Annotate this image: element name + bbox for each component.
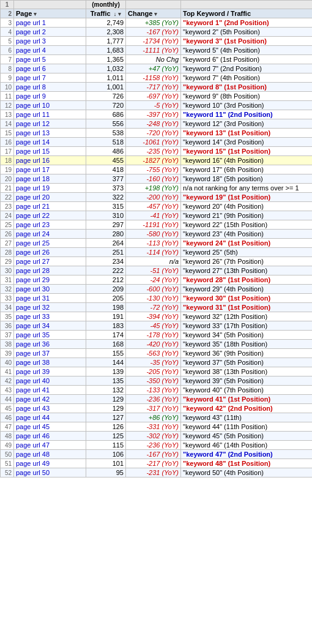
change-value: -41 (YoY)	[126, 211, 181, 220]
header-row-2: 2 Page ▾ Traffic ↓ ▾ Change ▾ Top Keywor…	[1, 9, 313, 18]
page-url[interactable]: page url 35	[14, 331, 86, 340]
row-number: 19	[1, 165, 14, 174]
table-row: 8page url 61,032+47 (YoY)"keyword 7" (2n…	[1, 64, 313, 73]
page-url[interactable]: page url 22	[14, 211, 86, 220]
table-row: 47page url 45126-331 (YoY)"keyword 44" (…	[1, 422, 313, 432]
page-url[interactable]: page url 8	[14, 83, 86, 92]
change-filter-icon[interactable]: ▾	[154, 11, 157, 17]
page-url[interactable]: page url 3	[14, 37, 86, 46]
page-url[interactable]: page url 18	[14, 174, 86, 184]
row-number: 47	[1, 422, 14, 432]
keyword-value: n/a not ranking for any terms over >= 1	[181, 184, 313, 193]
page-url[interactable]: page url 27	[14, 257, 86, 266]
page-url[interactable]: page url 5	[14, 55, 86, 64]
row-number: 8	[1, 64, 14, 73]
keyword-value: "keyword 10" (3rd Position)	[181, 101, 313, 110]
change-value: -580 (YoY)	[126, 230, 181, 239]
page-url[interactable]: page url 11	[14, 110, 86, 119]
page-url[interactable]: page url 16	[14, 156, 86, 165]
keyword-value: "keyword 47" (2nd Position)	[181, 450, 313, 459]
header2-change[interactable]: Change ▾	[126, 9, 181, 18]
page-url[interactable]: page url 45	[14, 422, 86, 432]
page-url[interactable]: page url 29	[14, 275, 86, 285]
page-url[interactable]: page url 48	[14, 450, 86, 459]
change-value: -1061 (YoY)	[126, 138, 181, 147]
page-url[interactable]: page url 17	[14, 165, 86, 174]
page-url[interactable]: page url 26	[14, 248, 86, 257]
change-value: -563 (YoY)	[126, 349, 181, 358]
table-row: 38page url 36168-420 (YoY)"keyword 35" (…	[1, 340, 313, 349]
page-url[interactable]: page url 50	[14, 468, 86, 477]
page-url[interactable]: page url 13	[14, 129, 86, 138]
page-url[interactable]: page url 21	[14, 202, 86, 211]
page-url[interactable]: page url 6	[14, 64, 86, 73]
change-column-label: Change	[128, 10, 152, 17]
page-url[interactable]: page url 34	[14, 321, 86, 331]
page-url[interactable]: page url 42	[14, 395, 86, 404]
page-url[interactable]: page url 10	[14, 101, 86, 110]
page-url[interactable]: page url 40	[14, 376, 86, 386]
traffic-value: 726	[86, 92, 126, 101]
page-url[interactable]: page url 41	[14, 386, 86, 395]
table-row: 20page url 18377-160 (YoY)"keyword 18" (…	[1, 174, 313, 184]
page-url[interactable]: page url 19	[14, 184, 86, 193]
table-row: 30page url 28222-51 (YoY)"keyword 27" (1…	[1, 266, 313, 275]
traffic-value: 2,308	[86, 28, 126, 37]
traffic-sort-icon[interactable]: ↓	[114, 11, 117, 17]
keyword-value: "keyword 40" (7th Position)	[181, 386, 313, 395]
keyword-value: "keyword 15" (1st Position)	[181, 147, 313, 156]
traffic-value: 101	[86, 459, 126, 468]
page-url[interactable]: page url 39	[14, 367, 86, 376]
page-url[interactable]: page url 14	[14, 138, 86, 147]
page-url[interactable]: page url 24	[14, 230, 86, 239]
page-url[interactable]: page url 38	[14, 358, 86, 367]
page-url[interactable]: page url 1	[14, 18, 86, 28]
page-url[interactable]: page url 28	[14, 266, 86, 275]
page-url[interactable]: page url 12	[14, 119, 86, 129]
page-url[interactable]: page url 49	[14, 459, 86, 468]
keyword-value: "keyword 27" (13th Position)	[181, 266, 313, 275]
keyword-value: "keyword 31" (1st Position)	[181, 303, 313, 312]
page-url[interactable]: page url 31	[14, 294, 86, 303]
page-url[interactable]: page url 43	[14, 404, 86, 413]
page-url[interactable]: page url 25	[14, 239, 86, 248]
page-url[interactable]: page url 33	[14, 312, 86, 321]
keyword-value: "keyword 9" (8th Position)	[181, 92, 313, 101]
row-number: 20	[1, 174, 14, 184]
header2-traffic[interactable]: Traffic ↓ ▾	[86, 9, 126, 18]
traffic-value: 418	[86, 165, 126, 174]
page-url[interactable]: page url 36	[14, 340, 86, 349]
change-value: -24 (YoY)	[126, 275, 181, 285]
header2-page[interactable]: Page ▾	[14, 9, 86, 18]
traffic-value: 264	[86, 239, 126, 248]
page-url[interactable]: page url 37	[14, 349, 86, 358]
traffic-filter-icon[interactable]: ▾	[118, 11, 121, 17]
keyword-value: "keyword 7" (4th Position)	[181, 73, 313, 83]
page-url[interactable]: page url 46	[14, 432, 86, 441]
change-value: -1111 (YoY)	[126, 46, 181, 55]
row-number: 39	[1, 349, 14, 358]
traffic-column-label: Traffic	[91, 10, 111, 17]
change-value: -160 (YoY)	[126, 174, 181, 184]
page-url[interactable]: page url 20	[14, 193, 86, 202]
page-url[interactable]: page url 15	[14, 147, 86, 156]
keyword-value: "keyword 23" (4th Position)	[181, 230, 313, 239]
page-url[interactable]: page url 4	[14, 46, 86, 55]
row-number: 3	[1, 18, 14, 28]
change-value: -720 (YoY)	[126, 129, 181, 138]
keyword-value: "keyword 1" (2nd Position)	[181, 18, 313, 28]
page-url[interactable]: page url 32	[14, 303, 86, 312]
table-row: 32page url 30209-600 (YoY)"keyword 29" (…	[1, 285, 313, 294]
page-url[interactable]: page url 2	[14, 28, 86, 37]
page-url[interactable]: page url 7	[14, 73, 86, 83]
keyword-value: "keyword 39" (5th Position)	[181, 376, 313, 386]
page-filter-icon[interactable]: ▾	[34, 11, 37, 17]
traffic-value: 95	[86, 468, 126, 477]
page-url[interactable]: page url 30	[14, 285, 86, 294]
table-row: 10page url 81,001-717 (YoY)"keyword 8" (…	[1, 83, 313, 92]
traffic-value: 1,011	[86, 73, 126, 83]
page-url[interactable]: page url 44	[14, 413, 86, 422]
page-url[interactable]: page url 9	[14, 92, 86, 101]
page-url[interactable]: page url 47	[14, 441, 86, 450]
page-url[interactable]: page url 23	[14, 220, 86, 230]
